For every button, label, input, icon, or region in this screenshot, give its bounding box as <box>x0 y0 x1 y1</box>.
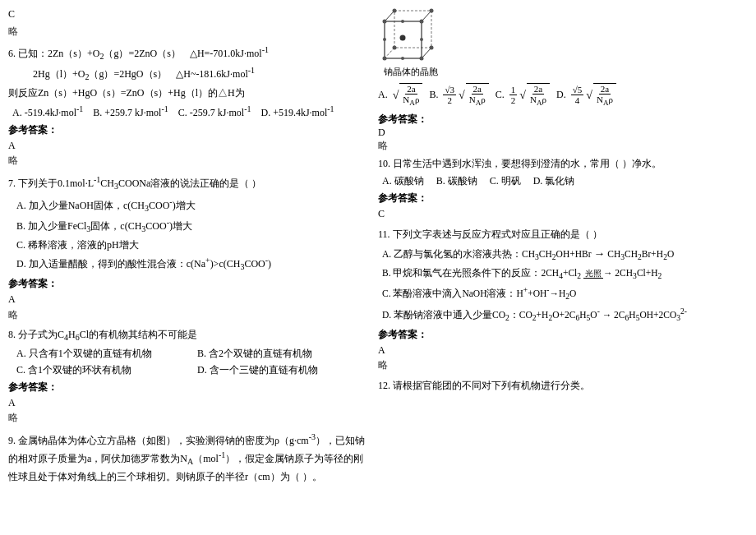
q6-dh2: △H~-181.6kJ·mol-1 <box>176 64 255 82</box>
q8-section: 8. 分子式为C4H6Cl的有机物其结构不可能是 A. 只含有1个双键的直链有机… <box>8 327 370 426</box>
svg-line-2 <box>385 11 394 21</box>
q11-answer-label: 参考答案： <box>378 327 748 343</box>
q6-num-text: 6. 已知：2Zn（s）+O2（g）=2ZnO（s） △H=-701.0kJ·m… <box>8 44 370 63</box>
top-letter: C <box>8 7 370 22</box>
svg-point-9 <box>383 57 387 61</box>
page-container: C 略 6. 已知：2Zn（s）+O2（g）=2ZnO（s） △H=-701.0… <box>0 0 756 535</box>
svg-point-17 <box>420 38 423 41</box>
note1: 略 <box>8 24 370 39</box>
q7-answer: A <box>8 292 370 307</box>
svg-point-14 <box>400 35 406 41</box>
q7-optD: D. 加入适量醋酸，得到的酸性混合液：c(Na+)>c(CH3COO-) <box>16 253 370 274</box>
q6-note: 略 <box>8 153 370 168</box>
q9-optB: B. √3 2 √ 2a NAρ <box>429 83 488 107</box>
q10-optD: D. 氯化钠 <box>533 173 575 189</box>
svg-line-3 <box>422 11 431 21</box>
q10-section: 10. 日常生活中遇到水浑浊，要想得到澄清的水，常用（ ）净水。 A. 碳酸钠 … <box>378 156 748 221</box>
q8-optC: C. 含1个双键的环状有机物 <box>16 362 189 378</box>
svg-point-16 <box>383 38 386 41</box>
q6-optB: B. +259.7 kJ·mol-1 <box>93 103 168 121</box>
q6-line2: 2Hg（l）+O2（g）=2HgO（s） △H~-181.6kJ·mol-1 <box>33 64 370 84</box>
q8-optD: D. 含一个三键的直链有机物 <box>197 362 370 378</box>
left-column: C 略 6. 已知：2Zn（s）+O2（g）=2ZnO（s） △H=-701.0… <box>8 7 370 528</box>
q8-optB: B. 含2个双键的直链有机物 <box>197 346 370 362</box>
svg-line-4 <box>422 48 431 58</box>
q7-optB: B. 加入少量FeCl3固体，c(CH3COO-)增大 <box>16 215 370 236</box>
q9-text: 9. 金属钠晶体为体心立方晶格（如图），实验测得钠的密度为ρ（g·cm-3），已… <box>8 431 370 485</box>
right-column: 钠晶体的晶胞 A. √ 2a NAρ <box>378 7 748 528</box>
q6-section: 6. 已知：2Zn（s）+O2（g）=2ZnO（s） △H=-701.0kJ·m… <box>8 44 370 168</box>
q12-text: 12. 请根据官能团的不同对下列有机物进行分类。 <box>378 378 748 394</box>
q6-dh1: △H=-701.0kJ·mol-1 <box>190 48 269 59</box>
svg-point-10 <box>393 9 397 13</box>
svg-line-5 <box>385 48 394 58</box>
q9-optC: C. 1 2 √ 2a NAρ <box>496 83 550 107</box>
q6-options: A. -519.4kJ·mol-1 B. +259.7 kJ·mol-1 C. … <box>12 103 370 121</box>
q10-text: 10. 日常生活中遇到水浑浊，要想得到澄清的水，常用（ ）净水。 <box>378 156 748 172</box>
q6-optC: C. -259.7 kJ·mol-1 <box>178 103 251 121</box>
svg-point-18 <box>401 57 404 60</box>
q10-answer: C <box>378 206 748 222</box>
svg-point-6 <box>383 20 387 24</box>
q9-optA: A. √ 2a NAρ <box>378 83 422 107</box>
crystal-title: 钠晶体的晶胞 <box>384 66 438 78</box>
q9-answer: D <box>378 127 385 139</box>
q11-section: 11. 下列文字表述与反应方程式对应且正确的是（ ） A. 乙醇与氯化氢的水溶液… <box>378 227 748 373</box>
q8-answer-label: 参考答案： <box>8 380 370 395</box>
q11-optD: D. 苯酚钠溶液中通入少量CO2：CO2+H2O+2C6H5O- → 2C6H5… <box>382 304 748 325</box>
q10-optB: B. 碳酸钠 <box>436 173 477 189</box>
svg-point-12 <box>430 46 434 50</box>
q11-optC: C. 苯酚溶液中滴入NaOH溶液：H++OH-→H2O <box>382 283 748 303</box>
q8-text: 8. 分子式为C4H6Cl的有机物其结构不可能是 <box>8 327 370 344</box>
q10-optC: C. 明矾 <box>490 173 521 189</box>
q11-options: A. 乙醇与氯化氢的水溶液共热：CH3CH2OH+HBr → CH3CH2Br+… <box>382 243 748 325</box>
q12-section: 12. 请根据官能团的不同对下列有机物进行分类。 <box>378 378 748 394</box>
svg-point-7 <box>420 20 424 24</box>
q6-optA: A. -519.4kJ·mol-1 <box>12 103 83 121</box>
q7-note: 略 <box>8 307 370 323</box>
q11-text: 11. 下列文字表述与反应方程式对应且正确的是（ ） <box>378 227 748 242</box>
q8-optA: A. 只含有1个双键的直链有机物 <box>16 346 189 362</box>
q6-answer-label: 参考答案： <box>8 122 370 138</box>
q9-note: 略 <box>378 139 388 153</box>
q7-options: A. 加入少量NaOH固体，c(CH3COO-)增大 B. 加入少量FeCl3固… <box>16 195 370 274</box>
q11-optB: B. 甲烷和氯气在光照条件下的反应：2CH4+Cl2 光照→ 2CH3Cl+H2 <box>382 265 748 284</box>
q9-math-options: A. √ 2a NAρ B. √ <box>378 83 616 107</box>
svg-point-13 <box>393 46 397 50</box>
crystal-section: 钠晶体的晶胞 A. √ 2a NAρ <box>378 7 748 153</box>
q6-line3: 则反应Zn（s）+HgO（s）=ZnO（s）+Hg（l）的△H为 <box>8 85 370 101</box>
q10-optA: A. 碳酸钠 <box>382 173 424 189</box>
q6-num: 6. <box>8 48 18 59</box>
q7-answer-label: 参考答案： <box>8 276 370 292</box>
q8-answer: A <box>8 395 370 411</box>
q6-optD: D. +519.4kJ·mol-1 <box>260 103 334 121</box>
q6-reaction2: 2Hg（l）+O2（g）=2HgO（s） <box>33 67 167 84</box>
q7-section: 7. 下列关于0.1mol·L-1CH3COONa溶液的说法正确的是（ ） A.… <box>8 173 370 322</box>
q7-text: 7. 下列关于0.1mol·L-1CH3COONa溶液的说法正确的是（ ） <box>8 173 370 193</box>
q9-answer-label: 参考答案： <box>378 113 427 127</box>
q8-options: A. 只含有1个双键的直链有机物 B. 含2个双键的直链有机物 C. 含1个双键… <box>16 346 370 377</box>
q11-note: 略 <box>378 357 748 373</box>
q6-text: 已知：2Zn（s）+O2（g）=2ZnO（s） <box>18 48 181 59</box>
top-letter-section: C 略 <box>8 7 370 39</box>
q6-answer: A <box>8 138 370 154</box>
q11-optA: A. 乙醇与氯化氢的水溶液共热：CH3CH2OH+HBr → CH3CH2Br+… <box>382 243 748 265</box>
q8-note: 略 <box>8 410 370 426</box>
svg-point-11 <box>430 9 434 13</box>
q10-options: A. 碳酸钠 B. 碳酸钠 C. 明矾 D. 氯化钠 <box>382 173 748 189</box>
q7-optC: C. 稀释溶液，溶液的pH增大 <box>16 237 370 253</box>
svg-point-15 <box>401 20 404 23</box>
crystal-diagram <box>378 7 444 64</box>
q9-optD: D. √5 4 √ 2a NAρ <box>556 83 616 107</box>
q10-answer-label: 参考答案： <box>378 191 748 206</box>
q11-answer: A <box>378 343 748 358</box>
svg-point-8 <box>420 57 424 61</box>
q7-optA: A. 加入少量NaOH固体，c(CH3COO-)增大 <box>16 195 370 215</box>
q9-section: 9. 金属钠晶体为体心立方晶格（如图），实验测得钠的密度为ρ（g·cm-3），已… <box>8 431 370 485</box>
